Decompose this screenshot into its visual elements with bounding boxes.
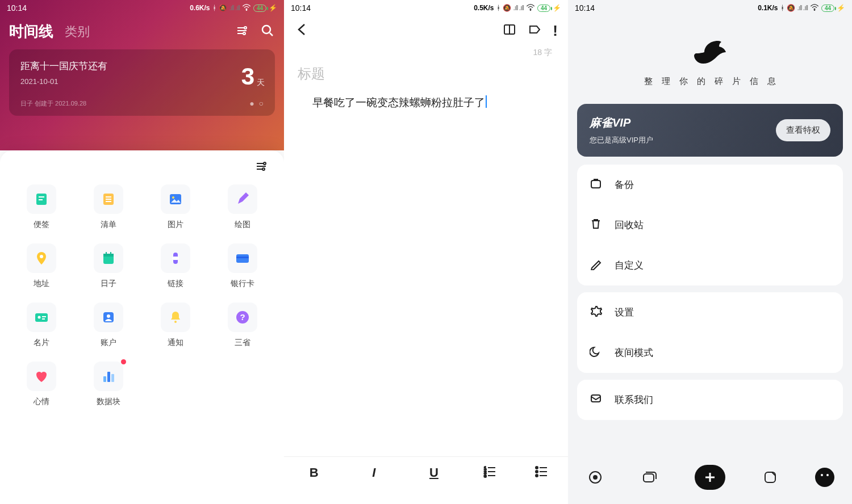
bank-icon [228,243,257,273]
bold-button[interactable]: B [303,465,325,480]
type-image[interactable]: 图片 [142,181,209,237]
type-data[interactable]: 数据块 [75,358,142,414]
svg-rect-45 [591,180,600,188]
menu-settings[interactable]: 设置 [577,292,843,333]
card-pager: ● ○ [249,99,265,108]
image-icon [161,184,190,214]
tab-category[interactable]: 类别 [65,23,90,40]
biz-icon [27,303,56,332]
net-speed: 0.6K/s [190,4,210,12]
svg-point-14 [172,196,174,199]
menu-custom[interactable]: 自定义 [577,245,843,285]
svg-point-36 [530,10,531,10]
type-biz[interactable]: 名片 [8,299,75,355]
charge-icon: ⚡ [553,4,561,12]
type-draw[interactable]: 绘图 [209,181,276,237]
type-label: 银行卡 [231,279,254,289]
card-date: 2021-10-01 [20,77,264,86]
priority-icon[interactable]: ! [553,22,558,40]
card-number: 3 [241,63,254,90]
split-icon[interactable] [503,23,516,39]
menu-label: 设置 [615,306,634,319]
menu-group-3: 联系我们 [577,380,843,420]
draw-icon [228,184,257,214]
tab-timeline[interactable]: 时间线 [9,22,53,41]
battery-icon: 44 [821,5,834,12]
menu-night[interactable]: 夜间模式 [577,333,843,373]
nav-add-button[interactable] [695,465,725,490]
format-bar: B I U 123 [284,456,568,488]
svg-point-43 [536,474,538,477]
nav-cards-icon[interactable] [640,468,659,487]
svg-rect-24 [35,313,48,322]
sheet-filter-icon[interactable] [254,159,268,175]
svg-rect-35 [111,374,114,382]
svg-rect-22 [236,254,249,263]
svg-point-5 [262,168,265,170]
word-count: 18 字 [284,45,568,60]
vip-card[interactable]: 麻雀VIP 您已是高级VIP用户 查看特权 [577,104,843,157]
vip-button[interactable]: 查看特权 [776,119,830,141]
svg-rect-19 [110,252,111,255]
signal-icon: .ıll .ıll [797,4,808,12]
svg-text:3: 3 [484,473,487,478]
mute-icon: 🔕 [219,4,227,12]
card-meta: 日子 创建于 2021.09.28 [20,99,264,108]
menu-group-1: 备份回收站自定义 [577,165,843,285]
ordered-list-button[interactable]: 123 [483,464,498,481]
tag-icon[interactable] [528,23,541,39]
nav-box-icon[interactable] [761,468,780,487]
signal-icon: .ıll .ıll [513,4,524,12]
night-icon [590,345,602,360]
type-list[interactable]: 清单 [75,181,142,237]
type-link[interactable]: 链接 [142,240,209,296]
svg-rect-18 [106,252,107,255]
svg-rect-17 [103,254,114,257]
net-speed: 0.1K/s [758,4,778,12]
signal-icon: .ıll .ıll [229,4,240,12]
svg-point-4 [264,162,266,165]
vip-sub: 您已是高级VIP用户 [590,135,653,145]
svg-rect-33 [103,376,106,382]
menu-trash[interactable]: 回收站 [577,205,843,245]
countdown-card[interactable]: 距离十一国庆节还有 2021-10-01 3 天 日子 创建于 2021.09.… [9,49,275,116]
filter-icon[interactable] [235,24,249,40]
svg-rect-21 [172,257,179,260]
svg-rect-49 [644,474,654,482]
type-addr[interactable]: 地址 [8,240,75,296]
mute-icon: 🔕 [503,4,511,12]
type-notify[interactable]: 通知 [142,299,209,355]
bullet-list-button[interactable] [534,464,549,481]
nav-target-icon[interactable] [586,468,605,487]
search-icon[interactable] [260,23,275,40]
card-unit: 天 [257,78,265,88]
tagline: 整理你的碎片信息 [568,76,852,87]
bluetooth-icon: ᚼ [780,4,784,12]
menu-backup[interactable]: 备份 [577,165,843,205]
menu-label: 自定义 [615,259,644,272]
menu-contact[interactable]: 联系我们 [577,380,843,420]
notify-icon [161,303,190,332]
body-text[interactable]: 早餐吃了一碗变态辣螺蛳粉拉肚子了 [284,85,568,110]
type-bank[interactable]: 银行卡 [209,240,276,296]
back-icon[interactable] [294,22,309,39]
italic-button[interactable]: I [362,465,385,480]
type-acct[interactable]: 账户 [75,299,142,355]
svg-rect-46 [591,395,600,402]
status-right: 0.5K/s ᚼ 🔕 .ıll .ıll 44 ⚡ [474,4,561,12]
wifi-icon [242,4,251,12]
mute-icon: 🔕 [787,4,795,12]
status-right: 0.1K/s ᚼ 🔕 .ıll .ıll 44 ⚡ [758,4,845,12]
type-label: 心情 [34,397,49,407]
list-icon [94,184,123,214]
underline-button[interactable]: U [423,465,445,480]
type-days[interactable]: 日子 [75,240,142,296]
nav-chat-icon[interactable] [815,468,834,487]
type-mood[interactable]: 心情 [8,358,75,414]
type-note[interactable]: 便签 [8,181,75,237]
status-right: 0.6K/s ᚼ 🔕 .ıll .ıll 44 ⚡ [190,4,277,12]
menu-label: 备份 [615,178,634,191]
type-reflect[interactable]: ? 三省 [209,299,276,355]
svg-rect-7 [39,196,44,198]
title-input[interactable] [284,60,568,85]
